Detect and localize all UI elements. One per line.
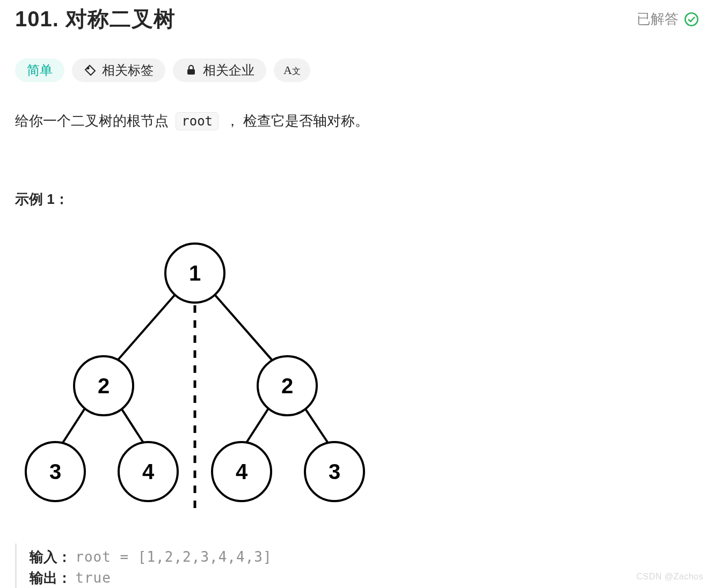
example-input-row: 输入： root = [1,2,2,3,4,4,3] <box>30 547 699 568</box>
tree-diagram: 1 2 2 3 4 4 3 <box>10 236 699 522</box>
description-prefix: 给你一个二叉树的根节点 <box>15 113 169 129</box>
difficulty-label: 简单 <box>27 64 53 77</box>
watermark: CSDN @Zachos <box>637 572 704 582</box>
input-label: 输入： <box>30 549 71 565</box>
companies-label: 相关企业 <box>203 64 254 77</box>
solved-status: 已解答 <box>637 10 699 28</box>
tree-node-6: 3 <box>329 460 340 483</box>
svg-point-1 <box>88 68 89 69</box>
description-suffix: ， 检查它是否轴对称。 <box>225 113 369 129</box>
svg-line-3 <box>112 293 176 367</box>
tree-node-2: 2 <box>281 374 293 398</box>
check-circle-icon <box>684 12 699 27</box>
problem-title: 101. 对称二叉树 <box>15 4 176 34</box>
pill-row: 简单 相关标签 相关企业 A文 <box>15 58 699 82</box>
solved-label: 已解答 <box>637 10 679 28</box>
output-value: true <box>75 570 111 586</box>
output-label: 输出： <box>30 570 71 586</box>
example-io-block: 输入： root = [1,2,2,3,4,4,3] 输出： true <box>15 543 699 588</box>
tags-pill[interactable]: 相关标签 <box>72 58 165 82</box>
svg-rect-2 <box>187 69 195 75</box>
svg-line-4 <box>214 293 278 367</box>
code-token-root: root <box>176 112 218 130</box>
example-label: 示例 1： <box>15 190 699 209</box>
tags-label: 相关标签 <box>102 64 154 77</box>
lock-icon <box>185 64 198 77</box>
tree-node-5: 4 <box>236 460 248 483</box>
tree-node-0: 1 <box>189 261 201 285</box>
difficulty-pill[interactable]: 简单 <box>15 58 64 82</box>
problem-description: 给你一个二叉树的根节点 root ， 检查它是否轴对称。 <box>15 111 699 131</box>
problem-page: 101. 对称二叉树 已解答 简单 相关标签 <box>0 0 714 588</box>
tag-icon <box>84 64 97 77</box>
tree-node-1: 2 <box>98 374 110 398</box>
translate-icon: A文 <box>283 64 301 76</box>
example-output-row: 输出： true <box>30 568 699 588</box>
header-row: 101. 对称二叉树 已解答 <box>15 0 699 34</box>
svg-point-0 <box>685 13 697 25</box>
input-value: root = [1,2,2,3,4,4,3] <box>75 549 272 565</box>
tree-node-3: 3 <box>49 460 61 483</box>
companies-pill[interactable]: 相关企业 <box>173 58 266 82</box>
tree-node-4: 4 <box>142 460 155 483</box>
translate-pill[interactable]: A文 <box>274 58 310 82</box>
